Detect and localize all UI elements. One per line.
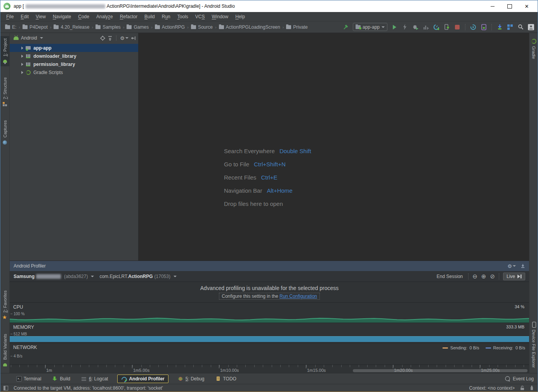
menu-item[interactable]: View	[32, 12, 49, 21]
project-view-selector[interactable]: Android	[21, 35, 37, 41]
gradle-sync-icon[interactable]	[470, 24, 477, 31]
tree-row[interactable]: downloader_library	[10, 52, 138, 60]
breadcrumb-item[interactable]: P4Depot ›	[23, 24, 54, 30]
tree-row[interactable]: Gradle Scripts	[10, 68, 138, 76]
breadcrumb-item[interactable]: E: ›	[5, 24, 23, 30]
breadcrumb-item[interactable]: 4.20_Release ›	[54, 24, 95, 30]
zoom-out-icon[interactable]: ⊖	[472, 273, 477, 279]
tool-window-tab[interactable]: 1: Project	[0, 36, 9, 66]
hide-panel-icon[interactable]	[131, 36, 136, 41]
breadcrumb-item[interactable]: Private ›	[286, 24, 307, 30]
profile-button[interactable]	[422, 24, 429, 31]
menu-item[interactable]: Refactor	[116, 12, 141, 21]
toolwindow-toggle-icon[interactable]	[3, 386, 8, 390]
menu-item[interactable]: Build	[141, 12, 158, 21]
tool-window-tab[interactable]: 2: Favorites	[0, 288, 9, 323]
expand-arrow-icon[interactable]	[21, 71, 23, 74]
maximize-button[interactable]	[501, 0, 518, 12]
process-selector[interactable]: com.EpicLRT.ActionRPG (17053)	[99, 274, 182, 279]
timeline-scrollbar[interactable]	[353, 369, 528, 372]
menu-item[interactable]: Tools	[174, 12, 192, 21]
tree-row[interactable]: app-app	[10, 44, 138, 52]
attach-debugger-icon[interactable]	[443, 24, 450, 31]
run-button[interactable]	[391, 24, 398, 31]
unlock-icon[interactable]	[520, 385, 524, 390]
tree-row[interactable]: permission_library	[10, 60, 138, 68]
memory-section[interactable]: MEMORY 512 MB 333.3 MB	[10, 323, 529, 343]
tool-window-tab[interactable]: Build Variants	[0, 332, 9, 370]
menu-item[interactable]: Navigate	[49, 12, 75, 21]
main-toolbar: E: › P4Depot › 4.20_Release › Sa	[0, 21, 538, 33]
tool-window-button[interactable]: Android Profiler	[117, 375, 168, 383]
tool-window-button[interactable]: Terminal	[14, 375, 43, 383]
tool-window-button[interactable]: TODO	[214, 375, 238, 383]
timeline-label: 1m10.00s	[220, 368, 239, 373]
minimize-button[interactable]	[484, 0, 501, 12]
shortcut-hints: Search Everywhere Double Shift Go to Fil…	[224, 148, 311, 207]
tool-window-button-icon	[81, 376, 87, 382]
event-log-bubble-icon	[505, 376, 510, 382]
collapse-all-icon[interactable]	[108, 36, 113, 41]
apply-changes-icon[interactable]	[401, 24, 408, 31]
menu-item[interactable]: Code	[75, 12, 93, 21]
tree-item-icon	[26, 70, 31, 75]
live-button[interactable]: Live	[503, 273, 525, 280]
search-everywhere-icon[interactable]	[517, 24, 524, 31]
run-configuration-link[interactable]: Run Configuration	[279, 294, 317, 299]
stop-button[interactable]	[454, 24, 461, 31]
zoom-in-icon[interactable]: ⊕	[481, 273, 486, 279]
breadcrumb-item[interactable]: Samples ›	[95, 24, 127, 30]
tool-window-button-icon	[121, 376, 127, 382]
chevron-down-icon[interactable]	[40, 37, 43, 39]
cpu-section[interactable]: CPU 100 % 34 %	[10, 302, 529, 323]
breadcrumb-item[interactable]: Games ›	[127, 24, 154, 30]
tool-window-tab[interactable]: Device File Explorer	[529, 319, 538, 370]
menu-item[interactable]: Run	[158, 12, 174, 21]
menu-item[interactable]: Analyze	[93, 12, 116, 21]
editor-area[interactable]: Search Everywhere Double Shift Go to Fil…	[139, 33, 529, 261]
build-hammer-icon[interactable]	[342, 24, 349, 31]
android-studio-logo-icon	[3, 3, 10, 10]
settings-gear-icon[interactable]: ⚙	[120, 35, 128, 41]
dock-panel-icon[interactable]	[521, 264, 525, 268]
reset-zoom-icon[interactable]: ⊘	[490, 273, 495, 279]
avatar[interactable]	[528, 24, 535, 31]
close-button[interactable]: ✕	[518, 0, 535, 12]
menu-item[interactable]: Window	[208, 12, 232, 21]
breadcrumb-item[interactable]: ActionRPG ›	[155, 24, 191, 30]
expand-arrow-icon[interactable]	[21, 55, 23, 58]
tool-window-tab-icon	[531, 322, 536, 327]
tool-window-tab[interactable]: Captures	[0, 118, 9, 148]
tool-window-button[interactable]: 5: Debug	[176, 375, 206, 383]
project-structure-icon[interactable]	[507, 24, 514, 31]
network-section[interactable]: NETWORK 4 B/s Sending:0 B/s Rec	[10, 343, 529, 364]
end-session-button[interactable]: End Session	[437, 274, 463, 279]
android-profiler-icon[interactable]	[433, 24, 440, 31]
locate-file-icon[interactable]	[100, 36, 105, 41]
expand-arrow-icon[interactable]	[21, 63, 23, 66]
timeline-label: 1m15.00s	[307, 368, 326, 373]
event-log-button[interactable]: Event Log	[505, 376, 534, 382]
menu-item[interactable]: Help	[232, 12, 248, 21]
breadcrumb-item[interactable]: Source ›	[191, 24, 219, 30]
tool-window-button-icon	[52, 376, 57, 382]
menu-item[interactable]: File	[3, 12, 17, 21]
timeline-label: 1m25.00s	[481, 368, 500, 373]
profiler-settings-gear-icon[interactable]: ⚙	[507, 263, 516, 269]
tool-window-tab[interactable]: Gradle	[529, 36, 538, 61]
tool-window-button[interactable]: Build	[50, 375, 72, 383]
avd-manager-icon[interactable]	[480, 24, 487, 31]
run-configuration-select[interactable]: app-app	[353, 23, 387, 31]
inspections-icon[interactable]	[530, 385, 534, 390]
timeline-label: 1m	[46, 368, 52, 373]
tool-window-button[interactable]: 6: Logcat	[80, 375, 109, 383]
sdk-manager-icon[interactable]	[496, 24, 503, 31]
device-selector[interactable]: Samsung (abda3627)	[14, 274, 99, 279]
breadcrumb-item[interactable]: ActionRPGLoadingScreen ›	[219, 24, 286, 30]
menu-item[interactable]: Edit	[17, 12, 32, 21]
debug-button[interactable]	[412, 24, 419, 31]
expand-arrow-icon[interactable]	[21, 47, 23, 50]
tool-window-tab[interactable]: 7: Structure	[0, 75, 9, 109]
menu-item[interactable]: VCS	[192, 12, 208, 21]
profiler-timeline[interactable]: 1m1m5.00s1m10.00s1m15.00s1m20.00s1m25.00…	[10, 364, 529, 373]
